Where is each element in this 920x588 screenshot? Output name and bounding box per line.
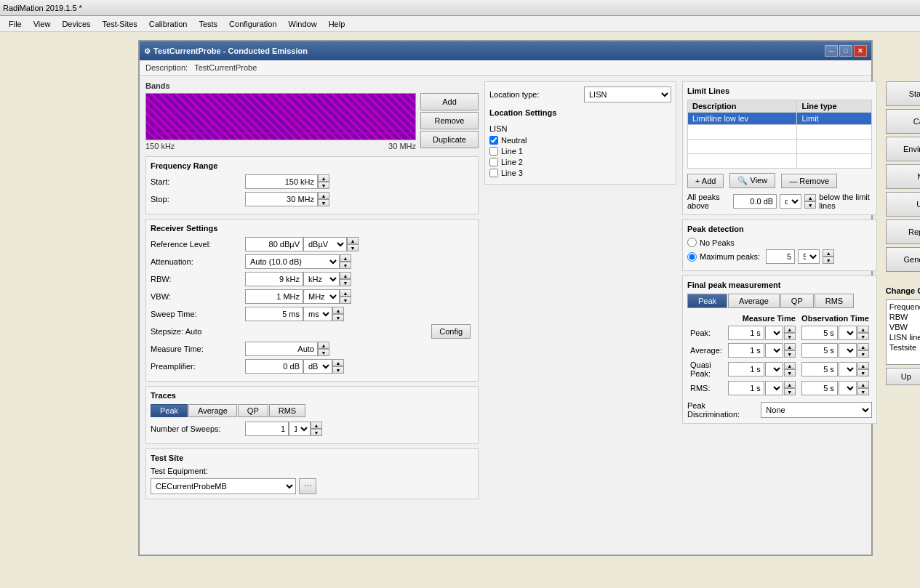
co-rbw[interactable]: RBW (888, 312, 920, 322)
limit-remove-btn[interactable]: — Remove (781, 174, 837, 188)
fp-qp-obs-unit[interactable]: s (839, 362, 857, 376)
measure-time-input[interactable] (245, 342, 318, 356)
co-vbw[interactable]: VBW (888, 322, 920, 332)
preamplifier-input[interactable] (245, 359, 303, 374)
menu-calibration[interactable]: Calibration (143, 18, 193, 30)
fp-qp-o-up[interactable]: ▲ (857, 362, 869, 369)
fp-peak-measure-input[interactable] (728, 326, 764, 340)
fp-avg-obs-input[interactable] (801, 343, 838, 358)
bands-remove-btn[interactable]: Remove (420, 112, 479, 129)
menu-view[interactable]: View (28, 18, 57, 30)
menu-tests[interactable]: Tests (193, 18, 223, 30)
equipment-select[interactable]: CECurrentProbeMB (151, 478, 296, 494)
vbw-unit[interactable]: MHz (303, 289, 340, 304)
line3-checkbox[interactable] (489, 169, 498, 177)
preamp-down[interactable]: ▼ (332, 366, 344, 374)
fp-qp-m-down[interactable]: ▼ (784, 369, 796, 376)
fp-avg-m-down[interactable]: ▼ (784, 350, 796, 358)
fp-avg-o-down[interactable]: ▼ (857, 350, 869, 358)
menu-test-sites[interactable]: Test-Sites (97, 18, 143, 30)
line2-checkbox[interactable] (489, 158, 498, 166)
change-order-list[interactable]: Frequency band RBW VBW LISN line Testsit… (886, 299, 920, 365)
fp-avg-o-up[interactable]: ▲ (857, 343, 869, 350)
sweeps-down[interactable]: ▼ (311, 429, 322, 436)
peaks-unit[interactable]: dB (780, 194, 801, 209)
max-peaks-input[interactable] (766, 249, 795, 264)
start-spin-down[interactable]: ▼ (318, 182, 329, 189)
fp-qp-obs-input[interactable] (801, 362, 838, 376)
sweep-time-input[interactable] (245, 307, 303, 321)
cancel-btn[interactable]: Cancel (886, 109, 920, 134)
note-btn[interactable]: Note (886, 164, 920, 189)
fp-rms-obs-unit[interactable]: s (839, 381, 857, 395)
bands-add-btn[interactable]: Add (420, 93, 479, 110)
rbw-unit[interactable]: kHz (303, 272, 340, 286)
max-peaks-up[interactable]: ▲ (823, 249, 834, 257)
fp-avg-m-up[interactable]: ▲ (784, 343, 796, 350)
sweep-time-unit[interactable]: ms (303, 307, 332, 321)
co-freq-band[interactable]: Frequency band (888, 302, 920, 312)
fp-avg-obs-unit[interactable]: s (839, 343, 857, 358)
fp-rms-m-down[interactable]: ▼ (784, 388, 796, 395)
reporting-btn[interactable]: Reporting (886, 220, 920, 244)
limit-add-btn[interactable]: + Add (687, 174, 724, 188)
fp-peak-tab[interactable]: Peak (687, 294, 727, 308)
ref-level-input[interactable] (245, 237, 303, 251)
limit-view-btn[interactable]: 🔍 View (729, 173, 775, 188)
sweeps-select[interactable]: 1 (289, 422, 311, 436)
peaks-input[interactable] (733, 194, 777, 209)
fp-qp-o-down[interactable]: ▼ (857, 369, 869, 376)
dialog-close-btn[interactable]: ✕ (854, 45, 867, 57)
fp-rms-measure-input[interactable] (728, 381, 764, 395)
general-info-btn[interactable]: General Info (886, 247, 920, 272)
peaks-down[interactable]: ▼ (804, 201, 816, 209)
traces-qp-tab[interactable]: QP (238, 404, 268, 417)
fp-qp-measure-unit[interactable]: s (765, 362, 783, 376)
ref-level-unit[interactable]: dBµV (303, 237, 347, 251)
line1-checkbox[interactable] (489, 147, 498, 156)
neutral-checkbox[interactable] (489, 136, 498, 145)
up-btn[interactable]: Up (886, 368, 920, 385)
measure-time-up[interactable]: ▲ (318, 342, 329, 349)
ref-level-down[interactable]: ▼ (347, 244, 359, 251)
preamp-up[interactable]: ▲ (332, 359, 344, 366)
menu-window[interactable]: Window (283, 18, 323, 30)
co-testsite[interactable]: Testsite (888, 342, 920, 353)
menu-devices[interactable]: Devices (56, 18, 96, 30)
fp-peak-m-down[interactable]: ▼ (784, 333, 796, 340)
vbw-down[interactable]: ▼ (340, 297, 351, 304)
vbw-input[interactable] (245, 289, 303, 304)
fp-rms-tab[interactable]: RMS (815, 294, 854, 308)
fp-rms-obs-input[interactable] (801, 381, 838, 395)
fp-peak-m-up[interactable]: ▲ (784, 326, 796, 333)
menu-file[interactable]: File (3, 18, 28, 30)
max-peaks-radio[interactable] (687, 252, 697, 262)
stop-spin-down[interactable]: ▼ (318, 199, 329, 206)
fp-rms-m-up[interactable]: ▲ (784, 381, 796, 388)
equipment-browse-btn[interactable]: ⋯ (299, 478, 316, 494)
fp-peak-measure-unit[interactable]: s (765, 326, 783, 340)
rbw-input[interactable] (245, 272, 303, 286)
sweep-down[interactable]: ▼ (332, 314, 344, 321)
preamplifier-unit[interactable]: dB (303, 359, 332, 374)
dialog-maximize-btn[interactable]: □ (839, 45, 852, 57)
bands-duplicate-btn[interactable]: Duplicate (420, 131, 479, 148)
fp-peak-obs-unit[interactable]: s (839, 326, 857, 340)
units-btn[interactable]: Units (886, 192, 920, 217)
environment-btn[interactable]: Environment (886, 137, 920, 161)
traces-average-tab[interactable]: Average (188, 404, 237, 417)
start-spin-up[interactable]: ▲ (318, 174, 329, 182)
fp-avg-measure-unit[interactable]: s (765, 343, 783, 358)
dialog-minimize-btn[interactable]: ─ (825, 45, 838, 57)
max-peaks-down[interactable]: ▼ (823, 257, 834, 264)
co-lisn-line[interactable]: LISN line (888, 332, 920, 342)
measure-time-down[interactable]: ▼ (318, 349, 329, 356)
traces-peak-tab[interactable]: Peak (151, 404, 188, 417)
menu-help[interactable]: Help (323, 18, 351, 30)
config-btn[interactable]: Config (431, 324, 471, 339)
fp-qp-measure-input[interactable] (728, 362, 764, 376)
fp-rms-o-down[interactable]: ▼ (857, 388, 869, 395)
no-peaks-radio[interactable] (687, 238, 697, 247)
fp-peak-obs-input[interactable] (801, 326, 838, 340)
fp-qp-tab[interactable]: QP (780, 294, 814, 308)
